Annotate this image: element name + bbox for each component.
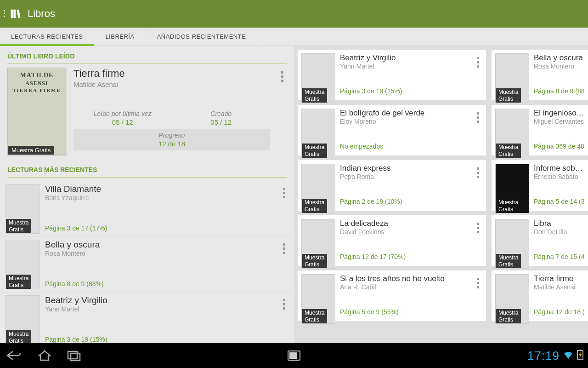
book-progress: Página 3 de 19 (15%) — [45, 336, 274, 343]
book-progress: Página 2 de 19 (10%) — [340, 198, 469, 205]
recent-apps-icon[interactable] — [66, 350, 82, 362]
more-icon[interactable] — [473, 164, 482, 207]
book-cover: MuestraGratis — [301, 53, 335, 103]
book-title: Tierra firme — [534, 274, 584, 283]
sample-badge: MuestraGratis — [302, 309, 327, 323]
section-most-recent-title: LECTURAS MÁS RECIENTES — [0, 160, 294, 177]
book-card[interactable]: MuestraGratisInforme sobre ciegosErnesto… — [492, 160, 588, 211]
book-title: Beatriz y Virgilio — [340, 53, 469, 63]
stat-value: 12 de 18 — [74, 140, 270, 148]
cover-text: MATILDE — [8, 72, 66, 79]
sample-badge: Muestra Gratis — [8, 146, 54, 155]
book-card[interactable]: MuestraGratisEl bolígrafo de gel verdeEl… — [298, 105, 486, 155]
book-author: Rosa Montero — [534, 63, 584, 70]
book-card[interactable]: MuestraGratisSi a los tres años no he vu… — [298, 270, 486, 321]
book-card[interactable]: MuestraGratisTierra firmeMatilde AsensiP… — [492, 270, 588, 321]
more-icon[interactable] — [473, 274, 482, 317]
clock: 17:19 — [527, 349, 560, 363]
book-cover: MuestraGratis — [6, 240, 40, 289]
book-cover: MuestraGratis — [495, 53, 529, 103]
left-column: ÚLTIMO LIBRO LEÍDO MATILDE ASENSI TIERRA… — [0, 46, 294, 343]
book-title: Bella y oscura — [534, 53, 584, 63]
svg-rect-5 — [579, 350, 582, 351]
book-progress: Página 12 de 17 (70%) — [340, 253, 469, 260]
sample-badge: MuestraGratis — [302, 144, 327, 158]
sample-badge: MuestraGratis — [6, 275, 31, 289]
book-cover: MuestraGratis — [6, 184, 40, 234]
more-icon[interactable] — [473, 53, 482, 97]
back-icon[interactable] — [5, 350, 23, 362]
book-author: Matilde Asensi — [74, 80, 270, 88]
book-progress: Página 7 de 15 (46%) — [534, 253, 584, 260]
book-cover: MuestraGratis — [495, 219, 529, 269]
book-author: Ernesto Sabato — [534, 173, 584, 180]
book-title: Si a los tres años no he vuelto — [340, 274, 469, 283]
book-row[interactable]: MuestraGratisBella y oscuraRosa MonteroP… — [0, 237, 294, 293]
stat-label: Leído por última vez — [74, 110, 172, 117]
book-title: La delicadeza — [340, 219, 469, 228]
sample-badge: MuestraGratis — [496, 254, 521, 268]
book-progress: Página 369 de 483 — [534, 143, 584, 150]
tab-library[interactable]: LIBRERÍA — [94, 28, 146, 46]
last-book-card[interactable]: MATILDE ASENSI TIERRA FIRME Muestra Grat… — [0, 68, 294, 160]
book-title: El bolígrafo de gel verde — [340, 109, 469, 118]
book-title: Informe sobre ciegos — [534, 164, 584, 173]
more-icon[interactable] — [279, 240, 288, 289]
sample-badge: MuestraGratis — [302, 254, 327, 268]
book-author: Yann Martel — [45, 305, 274, 313]
book-stats: Leído por última vez 05 / 12 Creado 05 /… — [74, 107, 270, 150]
tab-recent-reads[interactable]: LECTURAS RECIENTES — [0, 28, 94, 46]
right-column: MuestraGratisBeatriz y VirgilioYann Mart… — [294, 46, 588, 343]
book-title: Tierra firme — [74, 68, 270, 80]
book-progress: Página 5 de 9 (55%) — [340, 308, 469, 316]
sample-badge: MuestraGratis — [496, 309, 521, 323]
section-last-read-title: ÚLTIMO LIBRO LEÍDO — [0, 46, 294, 63]
book-author: Miguel Cervantes — [534, 118, 584, 125]
sample-badge: MuestraGratis — [6, 330, 31, 343]
menu-icon[interactable] — [4, 8, 9, 19]
svg-rect-1 — [71, 353, 80, 361]
book-card[interactable]: MuestraGratisBeatriz y VirgilioYann Mart… — [298, 50, 486, 100]
book-title: El ingenioso hidalgo Don Quijote de la M… — [534, 109, 584, 118]
book-progress: No empezados — [340, 143, 469, 150]
more-icon[interactable] — [473, 109, 482, 152]
book-title: Beatriz y Virgilio — [45, 295, 274, 305]
more-icon[interactable] — [473, 219, 482, 262]
book-title: Villa Diamante — [45, 184, 274, 194]
more-icon[interactable] — [277, 68, 287, 155]
book-author: Ana R. Cañil — [340, 283, 469, 291]
book-progress: Página 3 de 19 (15%) — [340, 87, 469, 95]
stat-value: 05 / 12 — [74, 118, 172, 126]
battery-icon — [577, 349, 583, 363]
sample-badge: MuestraGratis — [496, 88, 521, 103]
sample-badge: MuestraGratis — [6, 219, 31, 233]
book-row[interactable]: MuestraGratisVilla DiamanteBoris Yzaguir… — [0, 181, 294, 237]
divider — [7, 63, 287, 64]
book-cover: MuestraGratis — [6, 295, 40, 343]
book-progress: Página 3 de 17 (17%) — [45, 224, 274, 232]
book-card[interactable]: MuestraGratisBella y oscuraRosa MonteroP… — [492, 50, 588, 100]
book-author: Yann Martel — [340, 63, 469, 70]
more-icon[interactable] — [279, 184, 288, 234]
stat-label: Creado — [172, 110, 271, 117]
home-icon[interactable] — [37, 350, 52, 362]
book-author: Rosa Montero — [45, 250, 274, 257]
book-card[interactable]: MuestraGratisEl ingenioso hidalgo Don Qu… — [492, 105, 588, 155]
book-progress: Página 8 de 9 (88%) — [534, 87, 584, 95]
book-card[interactable]: MuestraGratisLibraDon DeLilloPágina 7 de… — [492, 215, 588, 266]
book-cover: MuestraGratis — [301, 164, 335, 213]
book-card[interactable]: MuestraGratisIndian expressPepa RomaPági… — [298, 160, 486, 211]
tab-recently-added[interactable]: AÑADIDOS RECIENTEMENTE — [146, 28, 258, 46]
more-icon[interactable] — [279, 295, 288, 343]
book-cover: MuestraGratis — [495, 109, 529, 158]
svg-rect-0 — [68, 351, 77, 359]
book-row[interactable]: MuestraGratisBeatriz y VirgilioYann Mart… — [0, 293, 294, 343]
system-navbar: 17:19 — [0, 343, 588, 368]
book-author: David Foekinos — [340, 228, 469, 236]
app-title: Libros — [28, 8, 55, 20]
book-cover: MuestraGratis — [301, 109, 335, 158]
stat-value: 05 / 12 — [172, 118, 271, 126]
book-author: Boris Yzaguirre — [45, 194, 274, 201]
screenshot-icon[interactable] — [287, 350, 301, 361]
book-card[interactable]: MuestraGratisLa delicadezaDavid Foekinos… — [298, 215, 486, 266]
